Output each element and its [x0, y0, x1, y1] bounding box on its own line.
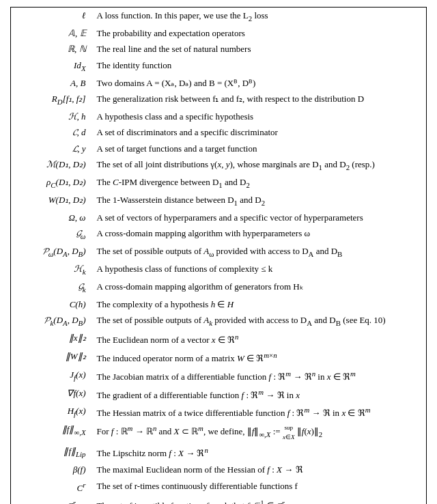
- symbol-cell: ℝ, ℕ: [11, 41, 93, 57]
- description-cell: A loss function. In this paper, we use t…: [93, 8, 427, 25]
- table-row: 𝓟ω(DA, DB)The set of possible outputs of…: [11, 243, 427, 261]
- table-row: 𝓒, dA set of discriminators and a specif…: [11, 124, 427, 141]
- description-cell: The set of all joint distributions γ(x, …: [93, 156, 427, 174]
- description-cell: A set of discriminators and a specific d…: [93, 124, 427, 141]
- table-row: Hf(x)The Hessian matrix of a twice diffe…: [11, 403, 427, 421]
- description-cell: A cross-domain mapping algorithm with hy…: [93, 225, 427, 243]
- symbol-cell: Cr: [11, 478, 93, 496]
- description-cell: The maximal Euclidean norm of the Hessia…: [93, 462, 427, 478]
- description-cell: The Euclidean norm of a vector x ∈ ℜn: [93, 330, 427, 348]
- symbol-cell: Hf(x): [11, 403, 93, 421]
- symbol-cell: 𝓟ω(DA, DB): [11, 243, 93, 261]
- description-cell: The complexity of a hypothesis h ∈ H: [93, 296, 427, 313]
- symbol-cell: 𝓛, y: [11, 141, 93, 157]
- description-cell: Two domains A = (Xₐ, Dₐ) and B = (Xᴮ, Dᴮ…: [93, 75, 427, 92]
- symbol-cell: ∇f(x): [11, 385, 93, 404]
- description-cell: The set of possible outputs of Ak provid…: [93, 312, 427, 330]
- description-cell: The probability and expectation operator…: [93, 25, 427, 42]
- description-cell: For f : ℝm → ℝn and X ⊂ ℝm, we define, ‖…: [93, 421, 427, 443]
- table-row: 𝓖kA cross-domain mapping algorithm of ge…: [11, 279, 427, 296]
- description-cell: A set of target functions and a target f…: [93, 141, 427, 157]
- notation-table: ℓA loss function. In this paper, we use …: [10, 7, 427, 504]
- table-row: ‖f‖LipThe Lipschitz norm f : X → ℜn: [11, 443, 427, 462]
- description-cell: The set of possible outputs of Aω provid…: [93, 243, 427, 261]
- symbol-cell: ℋ, h: [11, 109, 93, 125]
- description-cell: The C-IPM divergence between D1 and D2: [93, 174, 427, 192]
- table-row: Jf(x)The Jacobian matrix of a differenti…: [11, 367, 427, 385]
- table-row: W(D₁, D₂)The 1-Wasserstein distance betw…: [11, 192, 427, 210]
- symbol-cell: 𝓖k: [11, 279, 93, 296]
- table-row: ℳ(D₁, D₂)The set of all joint distributi…: [11, 156, 427, 174]
- description-cell: A cross-domain mapping algorithm of gene…: [93, 279, 427, 296]
- table-row: 𝓟k(DA, DB)The set of possible outputs of…: [11, 312, 427, 330]
- table-row: 𝓖ωA cross-domain mapping algorithm with …: [11, 225, 427, 243]
- symbol-cell: ℋk: [11, 261, 93, 279]
- description-cell: A set of vectors of hyperparamers and a …: [93, 210, 427, 226]
- table-row: ‖W‖₂The induced operator norm of a matri…: [11, 348, 427, 367]
- table-row: ‖f‖∞,XFor f : ℝm → ℝn and X ⊂ ℝm, we def…: [11, 421, 427, 443]
- symbol-cell: ‖W‖₂: [11, 348, 93, 367]
- symbol-cell: IdX: [11, 57, 93, 75]
- table-row: 𝓛, yA set of target functions and a targ…: [11, 141, 427, 157]
- symbol-cell: W(D₁, D₂): [11, 192, 93, 210]
- description-cell: The Jacobian matrix of a differentiable …: [93, 367, 427, 385]
- symbol-cell: 𝔸, 𝔼: [11, 25, 93, 42]
- symbol-cell: RD[f₁, f₂]: [11, 91, 93, 109]
- symbol-cell: ρC(D₁, D₂): [11, 174, 93, 192]
- table-row: RD[f₁, f₂]The generalization risk betwee…: [11, 91, 427, 109]
- table-row: CrThe set of r-times continuously differ…: [11, 478, 427, 496]
- symbol-cell: 𝓟k(DA, DB): [11, 312, 93, 330]
- symbol-cell: ℓ: [11, 8, 93, 25]
- description-cell: The Lipschitz norm f : X → ℜn: [93, 443, 427, 462]
- table-row: IdXThe identity function: [11, 57, 427, 75]
- description-cell: The induced operator norm of a matrix W …: [93, 348, 427, 367]
- description-cell: The set of r-times continuously differen…: [93, 478, 427, 496]
- description-cell: A hypothesis class and a specific hypoth…: [93, 109, 427, 125]
- table-row: ℓA loss function. In this paper, we use …: [11, 8, 427, 25]
- symbol-cell: 𝓖ω: [11, 225, 93, 243]
- symbol-cell: β(f): [11, 462, 93, 478]
- description-cell: The Hessian matrix of a twice differenti…: [93, 403, 427, 421]
- symbol-cell: Jf(x): [11, 367, 93, 385]
- description-cell: A hypothesis class of functions of compl…: [93, 261, 427, 279]
- description-cell: The real line and the set of natural num…: [93, 41, 427, 57]
- symbol-cell: ℳ(D₁, D₂): [11, 156, 93, 174]
- table-row: ∇f(x)The gradient of a differentiable fu…: [11, 385, 427, 404]
- table-row: β(f)The maximal Euclidean norm of the He…: [11, 462, 427, 478]
- table-row: CrdiffThe set of invertible functions f,…: [11, 496, 427, 504]
- symbol-cell: Crdiff: [11, 496, 93, 504]
- table-row: 𝔸, 𝔼The probability and expectation oper…: [11, 25, 427, 42]
- table-row: C(h)The complexity of a hypothesis h ∈ H: [11, 296, 427, 313]
- description-cell: The generalization risk between f₁ and f…: [93, 91, 427, 109]
- table-row: ℋkA hypothesis class of functions of com…: [11, 261, 427, 279]
- symbol-cell: ‖f‖Lip: [11, 443, 93, 462]
- symbol-cell: C(h): [11, 296, 93, 313]
- symbol-cell: Ω, ω: [11, 210, 93, 226]
- table-row: ρC(D₁, D₂)The C-IPM divergence between D…: [11, 174, 427, 192]
- table-row: ℋ, hA hypothesis class and a specific hy…: [11, 109, 427, 125]
- symbol-cell: 𝓒, d: [11, 124, 93, 141]
- table-row: Ω, ωA set of vectors of hyperparamers an…: [11, 210, 427, 226]
- description-cell: The 1-Wasserstein distance between D1 an…: [93, 192, 427, 210]
- symbol-cell: ‖x‖₂: [11, 330, 93, 348]
- symbol-cell: A, B: [11, 75, 93, 92]
- table-row: ℝ, ℕThe real line and the set of natural…: [11, 41, 427, 57]
- symbol-cell: ‖f‖∞,X: [11, 421, 93, 443]
- description-cell: The set of invertible functions f, such …: [93, 496, 427, 504]
- description-cell: The identity function: [93, 57, 427, 75]
- table-row: A, BTwo domains A = (Xₐ, Dₐ) and B = (Xᴮ…: [11, 75, 427, 92]
- description-cell: The gradient of a differentiable functio…: [93, 385, 427, 404]
- table-row: ‖x‖₂The Euclidean norm of a vector x ∈ ℜ…: [11, 330, 427, 348]
